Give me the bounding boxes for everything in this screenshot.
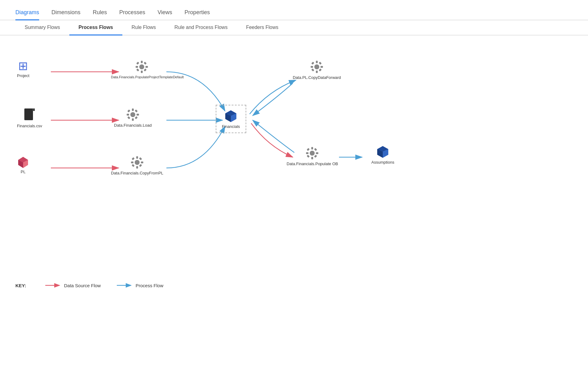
svg-rect-18 [145, 66, 148, 68]
nav-item-rules[interactable]: Rules [93, 9, 107, 20]
svg-rect-25 [132, 118, 134, 121]
svg-rect-22 [144, 68, 147, 71]
nav-item-processes[interactable]: Processes [119, 9, 145, 20]
diagram-canvas: ⊞ Project Financials.csv PL [0, 35, 588, 313]
key-process-flow: Process Flow [116, 283, 163, 288]
copy-data-forward-label: Data.PL.CopyDataForward [293, 75, 341, 80]
subnav-rule-and-process-flows[interactable]: Rule and Process Flows [165, 20, 237, 35]
financials-cube-icon [224, 109, 238, 123]
project-icon: ⊞ [18, 60, 28, 72]
node-data-load: Data.Financials.Load [114, 108, 152, 128]
svg-rect-59 [307, 148, 310, 151]
svg-rect-53 [319, 68, 322, 71]
svg-point-32 [135, 160, 140, 165]
svg-rect-39 [132, 164, 135, 167]
svg-rect-21 [136, 68, 139, 71]
subnav-process-flows[interactable]: Process Flows [69, 20, 122, 35]
svg-rect-48 [311, 66, 313, 68]
svg-rect-46 [316, 61, 318, 63]
pl-cube-icon [17, 156, 29, 168]
svg-rect-55 [311, 147, 313, 149]
svg-rect-51 [319, 62, 322, 65]
subnav-summary-flows[interactable]: Summary Flows [15, 20, 69, 35]
key-red-arrow-icon [45, 283, 62, 288]
svg-rect-61 [307, 155, 310, 158]
populate-project-label: Data.Financials.PopulateProjectTemplateD… [111, 75, 173, 79]
nav-item-diagrams[interactable]: Diagrams [15, 9, 39, 20]
financials-csv-label: Financials.csv [17, 124, 42, 128]
gear-data-load-icon [126, 108, 140, 121]
svg-rect-47 [316, 71, 318, 73]
node-financials-csv: Financials.csv [17, 108, 42, 128]
svg-rect-36 [141, 161, 143, 163]
data-load-label: Data.Financials.Load [114, 123, 152, 128]
key-section: KEY: Data Source Flow [15, 283, 163, 288]
financials-box: Financials [216, 105, 246, 133]
svg-rect-56 [311, 157, 313, 159]
svg-rect-17 [136, 66, 138, 68]
financials-label: Financials [222, 124, 240, 129]
top-navigation: Diagrams Dimensions Rules Processes View… [0, 0, 588, 20]
nav-item-properties[interactable]: Properties [185, 9, 210, 20]
svg-rect-30 [127, 116, 130, 119]
svg-rect-62 [314, 155, 317, 158]
svg-rect-58 [316, 152, 318, 154]
node-copy-data-forward: Data.PL.CopyDataForward [293, 60, 341, 80]
node-pl: PL [17, 156, 29, 174]
svg-rect-16 [141, 71, 143, 73]
svg-rect-28 [127, 109, 130, 112]
svg-rect-20 [144, 62, 147, 65]
node-copy-from-pl: Data.Financials.CopyFromPL [111, 156, 163, 175]
node-populate-project: Data.Financials.PopulateProjectTemplateD… [111, 60, 173, 79]
subnav-feeders-flows[interactable]: Feeders Flows [237, 20, 288, 35]
svg-rect-31 [135, 116, 138, 119]
svg-point-23 [130, 112, 135, 117]
node-financials: Financials [216, 105, 246, 133]
svg-rect-15 [141, 61, 143, 63]
svg-rect-24 [132, 108, 134, 111]
svg-rect-37 [132, 157, 135, 160]
svg-rect-50 [311, 62, 314, 65]
file-icon [24, 108, 35, 122]
svg-rect-49 [321, 66, 323, 68]
svg-rect-35 [131, 161, 133, 163]
svg-rect-33 [136, 156, 138, 159]
nav-item-views[interactable]: Views [157, 9, 172, 20]
assumptions-label: Assumptions [371, 160, 394, 165]
sub-navigation: Summary Flows Process Flows Rule Flows R… [0, 20, 588, 35]
populate-ob-label: Data.Financials.Populate OB [287, 161, 338, 166]
key-data-source-label: Data Source Flow [64, 283, 101, 288]
pl-label: PL [21, 169, 26, 174]
node-project: ⊞ Project [17, 60, 29, 78]
svg-rect-27 [137, 114, 139, 116]
svg-rect-19 [136, 62, 139, 65]
key-label: KEY: [15, 283, 26, 288]
key-data-source: Data Source Flow [45, 283, 101, 288]
svg-rect-38 [139, 157, 142, 160]
svg-rect-9 [32, 108, 35, 111]
node-assumptions: Assumptions [371, 145, 394, 165]
project-label: Project [17, 73, 29, 78]
svg-point-45 [314, 64, 319, 69]
svg-rect-57 [306, 152, 308, 154]
svg-point-14 [139, 64, 144, 69]
assumptions-cube-icon [376, 145, 390, 158]
key-process-flow-label: Process Flow [136, 283, 163, 288]
nav-item-dimensions[interactable]: Dimensions [51, 9, 80, 20]
gear-populate-ob-icon [305, 146, 319, 160]
svg-rect-40 [139, 164, 142, 167]
key-blue-arrow-icon [116, 283, 133, 288]
svg-point-54 [310, 151, 315, 156]
copy-from-pl-label: Data.Financials.CopyFromPL [111, 171, 163, 175]
gear-populate-project-icon [135, 60, 149, 74]
svg-rect-52 [311, 68, 314, 71]
gear-copy-from-pl-icon [130, 156, 144, 169]
svg-rect-26 [127, 114, 129, 116]
gear-copy-data-forward-icon [310, 60, 324, 74]
svg-rect-34 [136, 166, 138, 169]
subnav-rule-flows[interactable]: Rule Flows [122, 20, 165, 35]
svg-rect-29 [135, 109, 138, 112]
node-populate-ob: Data.Financials.Populate OB [287, 146, 338, 166]
svg-rect-7 [24, 108, 33, 120]
svg-rect-60 [314, 148, 317, 151]
